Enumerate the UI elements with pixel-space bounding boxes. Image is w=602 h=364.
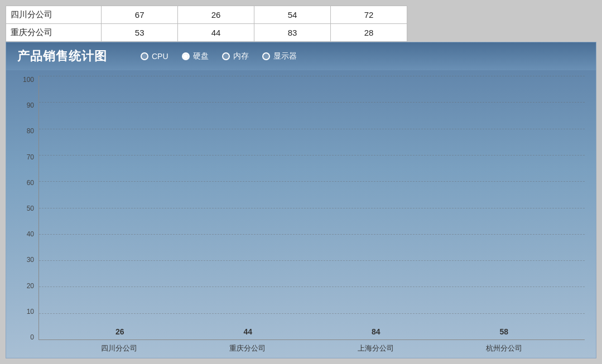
chart-title: 产品销售统计图	[17, 48, 107, 65]
table-cell: 26	[178, 6, 254, 24]
bar-value-label: 26	[115, 327, 124, 336]
chart-plot: 26448458 四川分公司重庆分公司上海分公司杭州分公司	[38, 76, 585, 358]
y-axis-label: 50	[27, 205, 34, 212]
table-row: 四川分公司67265472	[6, 6, 407, 24]
bar-group: 26	[100, 327, 139, 339]
x-axis-label: 四川分公司	[100, 343, 139, 353]
legend-label-memory: 内存	[233, 51, 249, 61]
bar-value-label: 58	[499, 327, 508, 336]
grid-line	[39, 102, 585, 103]
table-cell: 28	[331, 24, 407, 42]
bar-group: 44	[228, 327, 267, 339]
x-axis-label: 重庆分公司	[228, 343, 267, 353]
grid-line	[39, 181, 585, 182]
table-cell: 四川分公司	[6, 6, 102, 24]
x-axis-label: 杭州分公司	[484, 343, 523, 353]
table-cell: 重庆分公司	[6, 24, 102, 42]
x-labels: 四川分公司重庆分公司上海分公司杭州分公司	[38, 340, 585, 358]
legend-label-cpu: CPU	[152, 52, 168, 61]
table-cell: 72	[331, 6, 407, 24]
bar-value-label: 84	[372, 327, 381, 336]
grid-line	[39, 260, 585, 261]
legend-item-memory[interactable]: 内存	[222, 51, 249, 61]
grid-line	[39, 155, 585, 156]
grid-line	[39, 129, 585, 129]
data-table: 四川分公司67265472重庆分公司53448328	[6, 6, 407, 42]
legend-item-harddisk[interactable]: 硬盘	[182, 51, 209, 61]
y-axis-label: 100	[23, 76, 34, 84]
grid-line	[39, 208, 585, 208]
radio-memory[interactable]	[222, 52, 230, 60]
radio-harddisk[interactable]	[182, 52, 190, 60]
table-cell: 54	[254, 6, 331, 24]
y-axis-label: 40	[27, 230, 34, 238]
radio-cpu[interactable]	[141, 52, 148, 60]
table-cell: 67	[102, 6, 178, 24]
chart-container: 产品销售统计图 CPU硬盘内存显示器 100908070605040302010…	[6, 42, 596, 358]
y-axis-label: 70	[27, 153, 34, 161]
radio-monitor[interactable]	[262, 52, 270, 60]
legend-items: CPU硬盘内存显示器	[141, 51, 297, 61]
table-cell: 83	[254, 24, 331, 42]
y-axis-label: 80	[27, 127, 34, 135]
grid-line	[39, 234, 585, 235]
bar-value-label: 44	[243, 327, 252, 336]
legend-item-monitor[interactable]: 显示器	[262, 51, 297, 61]
x-axis-label: 上海分公司	[356, 343, 395, 353]
chart-body: 1009080706050403020100 26448458 四川分公司重庆分…	[6, 70, 596, 358]
y-axis-label: 20	[27, 282, 34, 290]
y-axis-label: 0	[30, 333, 34, 341]
table-cell: 44	[178, 24, 254, 42]
bar-group: 84	[357, 327, 396, 339]
grid-line	[39, 313, 585, 314]
table-cell: 53	[102, 24, 178, 42]
grid-line	[39, 287, 585, 287]
legend-label-monitor: 显示器	[273, 51, 297, 61]
grid-lines: 26448458	[38, 76, 585, 340]
y-axis-label: 10	[27, 308, 34, 316]
chart-header: 产品销售统计图 CPU硬盘内存显示器	[6, 42, 596, 70]
grid-line	[39, 76, 585, 76]
bar-group: 58	[484, 327, 523, 339]
y-axis-label: 90	[27, 101, 34, 109]
y-axis: 1009080706050403020100	[17, 76, 38, 358]
y-axis-label: 60	[27, 179, 34, 187]
y-axis-label: 30	[27, 256, 34, 264]
legend-label-harddisk: 硬盘	[193, 51, 209, 61]
table-row: 重庆分公司53448328	[6, 24, 407, 42]
legend-item-cpu[interactable]: CPU	[141, 52, 168, 61]
